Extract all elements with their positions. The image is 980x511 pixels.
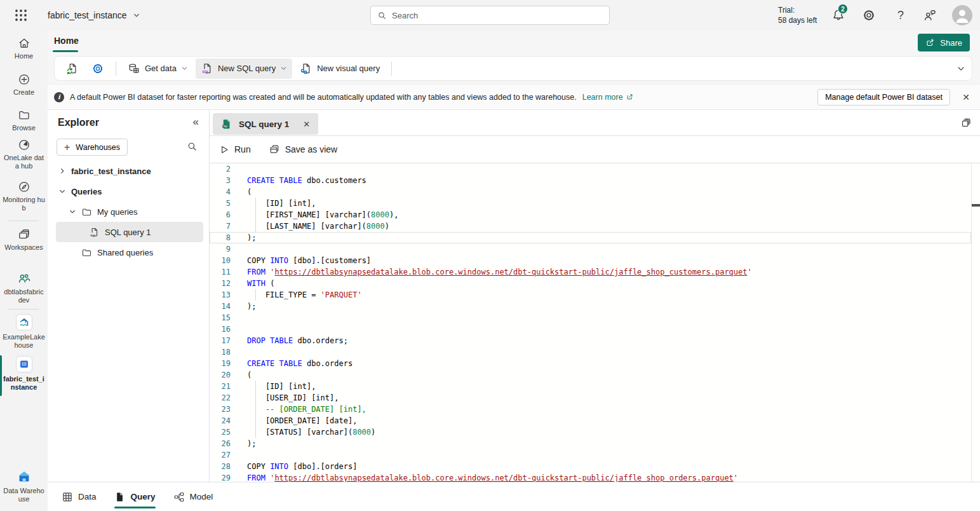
code-text[interactable]: ); xyxy=(231,301,256,312)
code-text[interactable] xyxy=(231,312,247,324)
rail-item-browse[interactable]: Browse xyxy=(0,109,48,132)
search-input[interactable] xyxy=(392,11,603,20)
code-text[interactable]: DROP TABLE dbo.orders; xyxy=(231,335,348,346)
tab-home[interactable]: Home xyxy=(54,36,79,46)
code-text[interactable]: WITH ( xyxy=(231,278,274,289)
refresh-script-button[interactable] xyxy=(61,58,84,79)
code-line[interactable]: 10COPY INTO [dbo].[customers] xyxy=(210,255,971,266)
rail-item-dbtlabsfabricdev[interactable]: dbtlabsfabricdev xyxy=(0,271,48,304)
sql-editor[interactable]: 23CREATE TABLE dbo.customers4(5 [ID] [in… xyxy=(210,163,980,482)
tab-query[interactable]: Query xyxy=(114,482,156,511)
tree-item-warehouse[interactable]: fabric_test_instance xyxy=(48,161,208,181)
tree-item-sql-query-1[interactable]: SQL SQL query 1 xyxy=(56,222,203,242)
code-line[interactable]: 24 [ORDER_DATE] [date], xyxy=(210,415,971,426)
code-line[interactable]: 26); xyxy=(210,438,971,449)
code-text[interactable]: [STATUS] [varchar](8000) xyxy=(231,426,375,438)
rail-item-monitoring-hub[interactable]: Monitoring hub xyxy=(0,181,48,212)
code-line[interactable]: 13 FILE_TYPE = 'PARQUET' xyxy=(210,289,971,301)
code-line[interactable]: 4( xyxy=(210,186,971,198)
get-data-button[interactable]: Get data xyxy=(123,58,193,79)
code-line[interactable]: 22 [USER_ID] [int], xyxy=(210,392,971,404)
manage-default-dataset-button[interactable]: Manage default Power BI dataset xyxy=(817,89,950,106)
tree-item-my-queries[interactable]: My queries xyxy=(48,201,208,222)
code-text[interactable]: [LAST_NAME] [varchar](8000) xyxy=(231,221,389,232)
settings-button[interactable] xyxy=(86,58,109,79)
rail-item-examplelakehouse[interactable]: ExampleLakehouse xyxy=(0,314,48,350)
code-line[interactable]: 29FROM 'https://dbtlabsynapsedatalake.bl… xyxy=(210,472,971,482)
global-search[interactable] xyxy=(370,6,610,25)
code-text[interactable]: ); xyxy=(231,438,256,449)
code-line[interactable]: 20( xyxy=(210,369,971,381)
code-line[interactable]: 19CREATE TABLE dbo.orders xyxy=(210,358,971,369)
code-text[interactable]: CREATE TABLE dbo.customers xyxy=(231,175,366,186)
rail-item-home[interactable]: Home xyxy=(0,37,48,60)
code-text[interactable]: [ID] [int], xyxy=(231,198,316,209)
code-text[interactable]: -- [ORDER_DATE] [int], xyxy=(231,404,366,415)
new-sql-query-button[interactable]: SQL New SQL query xyxy=(196,58,292,79)
help-icon[interactable]: ? xyxy=(894,8,908,22)
rail-item-workspaces[interactable]: Workspaces xyxy=(0,228,48,252)
code-text[interactable]: [ORDER_DATE] [date], xyxy=(231,415,357,426)
code-text[interactable]: FILE_TYPE = 'PARQUET' xyxy=(231,289,362,301)
workspace-switcher[interactable]: fabric_test_instance xyxy=(48,0,140,31)
collapse-ribbon-chevron-icon[interactable] xyxy=(957,64,965,73)
tree-item-queries[interactable]: Queries xyxy=(48,181,208,201)
account-avatar[interactable] xyxy=(952,5,972,25)
settings-gear-icon[interactable] xyxy=(862,8,876,22)
code-text[interactable] xyxy=(231,449,247,461)
new-visual-query-button[interactable]: New visual query xyxy=(295,58,385,79)
save-as-view-button[interactable]: Save as view xyxy=(269,144,337,155)
code-text[interactable] xyxy=(231,324,247,335)
rail-item-data-warehouse[interactable]: Data Warehouse xyxy=(0,469,48,503)
code-line[interactable]: 6 [FIRST_NAME] [varchar](8000), xyxy=(210,209,971,221)
tab-data[interactable]: Data xyxy=(62,482,97,511)
code-line[interactable]: 8); xyxy=(210,232,971,243)
code-text[interactable]: ( xyxy=(231,186,252,198)
code-text[interactable] xyxy=(231,163,247,175)
code-text[interactable]: CREATE TABLE dbo.orders xyxy=(231,358,352,369)
code-text[interactable]: COPY INTO [dbo].[orders] xyxy=(231,461,357,472)
tab-model[interactable]: Model xyxy=(173,482,213,511)
explorer-search-icon[interactable] xyxy=(187,141,198,152)
copy-icon[interactable] xyxy=(960,117,972,129)
rail-item-create[interactable]: Create xyxy=(0,73,48,97)
code-text[interactable]: [USER_ID] [int], xyxy=(231,392,339,404)
code-line[interactable]: 18 xyxy=(210,346,971,358)
share-button[interactable]: Share xyxy=(918,34,970,51)
code-line[interactable]: 12WITH ( xyxy=(210,278,971,289)
code-text[interactable]: [ID] [int], xyxy=(231,381,316,392)
code-line[interactable]: 25 [STATUS] [varchar](8000) xyxy=(210,426,971,438)
code-line[interactable]: 2 xyxy=(210,163,971,175)
rail-item-onelake-data-hub[interactable]: OneLake data hub xyxy=(0,139,48,170)
query-tab[interactable]: SQL SQL query 1 ✕ xyxy=(213,113,318,135)
code-text[interactable]: [FIRST_NAME] [varchar](8000), xyxy=(231,209,398,221)
learn-more-link[interactable]: Learn more xyxy=(582,93,634,102)
code-line[interactable]: 23 -- [ORDER_DATE] [int], xyxy=(210,404,971,415)
code-text[interactable]: ); xyxy=(231,232,256,243)
code-line[interactable]: 11FROM 'https://dbtlabsynapsedatalake.bl… xyxy=(210,266,971,278)
tree-item-shared-queries[interactable]: Shared queries xyxy=(48,242,208,262)
code-text[interactable]: FROM 'https://dbtlabsynapsedatalake.blob… xyxy=(231,266,752,278)
code-line[interactable]: 14); xyxy=(210,301,971,312)
code-line[interactable]: 28COPY INTO [dbo].[orders] xyxy=(210,461,971,472)
code-text[interactable]: FROM 'https://dbtlabsynapsedatalake.blob… xyxy=(231,472,738,482)
collapse-panel-icon[interactable]: « xyxy=(193,116,199,128)
code-line[interactable]: 9 xyxy=(210,243,971,255)
feedback-icon[interactable] xyxy=(923,8,937,22)
code-line[interactable]: 27 xyxy=(210,449,971,461)
code-line[interactable]: 15 xyxy=(210,312,971,324)
code-line[interactable]: 21 [ID] [int], xyxy=(210,381,971,392)
close-tab-icon[interactable]: ✕ xyxy=(303,119,310,129)
code-line[interactable]: 5 [ID] [int], xyxy=(210,198,971,209)
code-text[interactable]: ( xyxy=(231,369,252,381)
warehouses-button[interactable]: + Warehouses xyxy=(57,139,128,156)
code-line[interactable]: 7 [LAST_NAME] [varchar](8000) xyxy=(210,221,971,232)
code-text[interactable] xyxy=(231,346,247,358)
code-line[interactable]: 3CREATE TABLE dbo.customers xyxy=(210,175,971,186)
code-text[interactable]: COPY INTO [dbo].[customers] xyxy=(231,255,371,266)
rail-item-fabric-test-instance[interactable]: fabric_test_instance xyxy=(0,356,48,392)
code-line[interactable]: 16 xyxy=(210,324,971,335)
banner-close-icon[interactable]: ✕ xyxy=(960,91,972,104)
code-line[interactable]: 17DROP TABLE dbo.orders; xyxy=(210,335,971,346)
waffle-menu-icon[interactable] xyxy=(15,9,27,22)
